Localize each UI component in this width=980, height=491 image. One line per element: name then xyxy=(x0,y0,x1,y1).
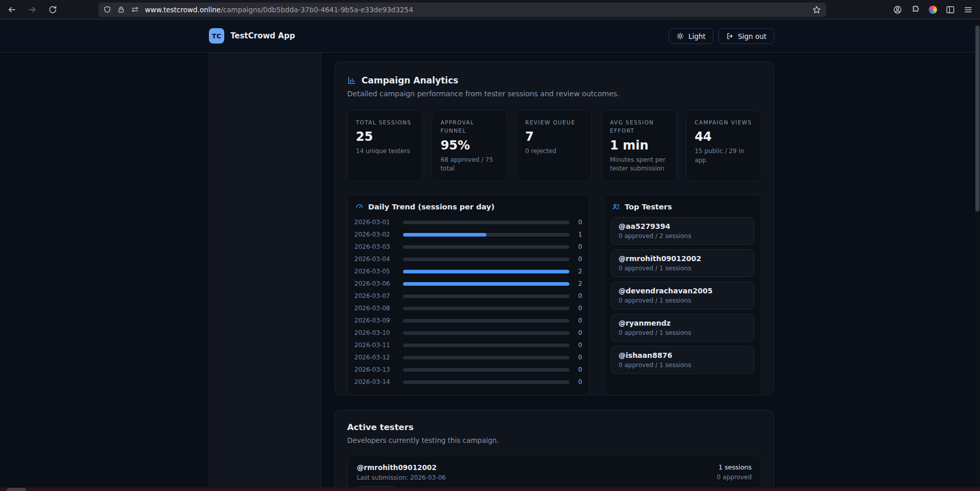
trend-row: 2026-03-08 0 xyxy=(354,302,582,314)
trend-date-label: 2026-03-05 xyxy=(354,268,403,275)
trend-row: 2026-03-07 0 xyxy=(354,290,582,302)
stat-card: TOTAL SESSIONS 25 14 unique testers xyxy=(347,110,422,181)
trend-date-label: 2026-03-14 xyxy=(354,378,403,386)
active-tester-sessions: 1 sessions xyxy=(717,463,752,471)
header-actions: Light Sign out xyxy=(669,28,774,44)
trend-date-label: 2026-03-12 xyxy=(354,354,403,361)
trend-row: 2026-03-05 2 xyxy=(354,265,582,277)
active-tester-last-submission: Last submission: 2026-03-06 xyxy=(357,474,446,481)
url-bar[interactable]: www.testcrowd.online/campaigns/0db5bdda-… xyxy=(98,3,826,17)
stat-subtext: 15 public / 29 in app xyxy=(695,147,753,165)
trend-bar-track xyxy=(403,331,569,335)
trend-row: 2026-03-14 0 xyxy=(354,376,582,388)
trend-row: 2026-03-03 0 xyxy=(354,241,582,253)
charts-row: Daily Trend (sessions per day) 2026-03-0… xyxy=(347,195,761,396)
app-header: TC TestCrowd App Light Sign out xyxy=(0,19,980,53)
trend-date-label: 2026-03-11 xyxy=(354,341,403,349)
menu-icon[interactable] xyxy=(964,5,973,14)
trend-bar-track xyxy=(403,307,569,310)
back-icon[interactable] xyxy=(7,5,16,14)
trend-value-label: 0 xyxy=(574,317,582,324)
analytics-subtitle: Detailed campaign performance from teste… xyxy=(347,90,761,98)
trend-value-label: 0 xyxy=(574,292,582,300)
sign-out-button[interactable]: Sign out xyxy=(718,28,774,44)
trend-row: 2026-03-12 0 xyxy=(354,351,582,364)
sidebar-toggle-icon[interactable] xyxy=(946,5,955,14)
active-testers-list: @rmrohith09012002 Last submission: 2026-… xyxy=(347,456,761,491)
bookmark-star-icon[interactable] xyxy=(812,5,821,14)
trend-row: 2026-03-02 1 xyxy=(354,228,582,241)
trend-row: 2026-03-04 0 xyxy=(354,253,582,265)
extensions-icon[interactable] xyxy=(911,5,920,14)
url-path: /campaigns/0db5bdda-37b0-4641-9b5a-e33de… xyxy=(221,6,413,14)
trend-date-label: 2026-03-08 xyxy=(354,305,403,312)
stat-value: 25 xyxy=(356,130,414,144)
shield-icon[interactable] xyxy=(103,6,111,13)
top-tester-item[interactable]: @ishaan8876 0 approved / 1 sessions xyxy=(611,346,754,374)
trend-value-label: 0 xyxy=(574,329,582,336)
trend-value-label: 0 xyxy=(574,366,582,373)
top-tester-item[interactable]: @rmrohith09012002 0 approved / 1 session… xyxy=(611,249,754,277)
stat-label: AVG SESSION EFFORT xyxy=(610,118,668,135)
active-testers-subtitle: Developers currently testing this campai… xyxy=(347,436,761,444)
bar-chart-icon xyxy=(347,76,356,85)
permissions-icon[interactable] xyxy=(131,6,139,13)
trend-bar-track xyxy=(403,344,569,347)
trend-value-label: 2 xyxy=(574,280,582,287)
colorwheel-extension-icon[interactable] xyxy=(929,6,937,14)
bottom-fragment xyxy=(7,488,26,491)
stat-subtext: Minutes spent per tester submission xyxy=(610,156,668,174)
stat-card: CAMPAIGN VIEWS 44 15 public / 29 in app xyxy=(686,110,761,181)
stat-label: APPROVAL FUNNEL xyxy=(440,118,498,135)
trend-bar-track xyxy=(403,294,569,298)
trend-bar-fill xyxy=(403,233,486,237)
active-testers-card: Active testers Developers currently test… xyxy=(334,410,774,491)
analytics-title: Campaign Analytics xyxy=(361,75,458,86)
top-tester-item[interactable]: @ryanmendz 0 approved / 1 sessions xyxy=(611,314,754,341)
scrollbar-thumb[interactable] xyxy=(975,26,979,211)
trend-bar-track xyxy=(403,245,569,249)
trend-bar-track xyxy=(403,270,569,273)
reload-icon[interactable] xyxy=(48,5,57,14)
sign-out-icon xyxy=(726,32,734,40)
site-security-icons xyxy=(103,6,139,13)
trend-bar-track xyxy=(403,282,569,286)
stat-value: 7 xyxy=(525,130,583,144)
url-host: www.testcrowd.online xyxy=(145,6,221,14)
stat-label: REVIEW QUEUE xyxy=(525,118,583,126)
trend-row: 2026-03-13 0 xyxy=(354,364,582,376)
forward-icon[interactable] xyxy=(28,5,37,14)
stat-subtext: 0 rejected xyxy=(525,147,583,156)
stat-card: APPROVAL FUNNEL 95% 68 approved / 75 tot… xyxy=(432,110,507,181)
trend-date-label: 2026-03-06 xyxy=(354,280,403,287)
campaign-analytics-card: Campaign Analytics Detailed campaign per… xyxy=(334,61,774,395)
browser-nav-buttons xyxy=(0,5,67,14)
page-scrollbar[interactable] xyxy=(975,19,980,491)
trend-bar-track xyxy=(403,233,569,237)
account-icon[interactable] xyxy=(893,5,902,14)
trend-row: 2026-03-10 0 xyxy=(354,327,582,339)
lock-icon[interactable] xyxy=(117,6,125,13)
trend-bar-track xyxy=(403,319,569,323)
trend-date-label: 2026-03-09 xyxy=(354,317,403,324)
browser-toolbar: www.testcrowd.online/campaigns/0db5bdda-… xyxy=(0,0,980,19)
stat-card: REVIEW QUEUE 7 0 rejected xyxy=(517,110,592,181)
active-testers-title: Active testers xyxy=(347,422,761,432)
daily-trend-title: Daily Trend (sessions per day) xyxy=(368,203,495,211)
top-tester-item[interactable]: @devendrachavan2005 0 approved / 1 sessi… xyxy=(611,282,754,309)
trend-date-label: 2026-03-01 xyxy=(354,219,403,226)
trend-bar-track xyxy=(403,368,569,372)
top-tester-item[interactable]: @aa5279394 0 approved / 2 sessions xyxy=(611,217,754,245)
theme-toggle-button[interactable]: Light xyxy=(669,28,713,44)
trend-date-label: 2026-03-04 xyxy=(354,255,403,263)
sidebar-panel xyxy=(209,53,322,491)
active-tester-approved: 0 approved xyxy=(717,474,752,481)
url-text: www.testcrowd.online/campaigns/0db5bdda-… xyxy=(145,6,807,14)
trend-row: 2026-03-01 0 xyxy=(354,216,582,228)
stat-label: CAMPAIGN VIEWS xyxy=(695,118,753,126)
tester-meta: 0 approved / 1 sessions xyxy=(619,265,747,272)
trend-value-label: 0 xyxy=(574,255,582,263)
trend-date-label: 2026-03-02 xyxy=(354,231,403,238)
stats-row: TOTAL SESSIONS 25 14 unique testers APPR… xyxy=(347,110,761,181)
stat-card: AVG SESSION EFFORT 1 min Minutes spent p… xyxy=(601,110,676,181)
